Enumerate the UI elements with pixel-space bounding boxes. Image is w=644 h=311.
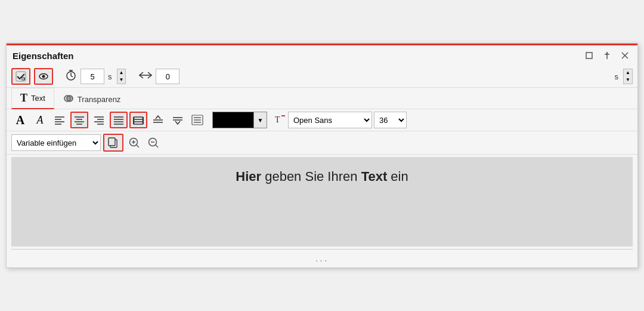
bold-button[interactable]: A [11,112,29,128]
tab-transparenz-label: Transparenz [78,95,121,104]
canvas-text-hier: Hier [236,169,265,184]
canvas-text-geben: geben Sie Ihren [265,169,361,184]
canvas-text-bold: Text [361,169,388,184]
canvas-content: Hier geben Sie Ihren Text ein [236,169,408,184]
color-swatch[interactable] [212,112,254,128]
svg-text:T: T [275,115,280,124]
align-center-button[interactable] [70,112,88,128]
close-button[interactable] [618,49,631,62]
tab-text[interactable]: T Text [11,88,54,109]
variable-dropdown[interactable]: Variable einfügen [11,134,101,151]
format-toolbar: A A [7,109,637,131]
svg-rect-0 [586,53,592,58]
color-dropdown-button[interactable]: ▼ [254,112,267,128]
bottom-dots: ... [7,250,637,267]
restore-button[interactable] [583,49,596,62]
tab-text-label: Text [31,94,45,103]
tab-transparenz[interactable]: Transparenz [54,89,130,109]
transparenz-tab-icon [63,93,74,106]
delay-spinner[interactable]: ▲ ▼ [623,69,633,84]
font-size-select[interactable]: 36 8 10 12 14 18 24 30 48 72 [374,112,407,128]
svg-line-14 [71,76,73,77]
svg-rect-53 [109,138,115,146]
text-canvas: Hier geben Sie Ihren Text ein [11,157,633,247]
pin-button[interactable] [600,49,614,62]
tab-row: T Text Transparenz [7,88,637,109]
align-right-button[interactable] [90,112,108,128]
svg-point-11 [42,75,45,78]
delay-icon [139,70,152,82]
top-toolbar: 5 s ▲ ▼ 0 s ▲ ▼ [7,66,637,88]
align-left-button[interactable] [51,112,69,128]
space-after-button[interactable] [169,112,187,128]
variable-toolbar: Variable einfügen [7,131,637,155]
color-picker-group[interactable]: ▼ [212,112,267,128]
duration-input[interactable]: 5 [80,69,104,84]
delay-up-button[interactable]: ▲ [624,69,632,76]
delay-unit: s [615,72,619,81]
duration-unit: s [108,72,112,81]
timer-icon [65,69,77,84]
zoom-out-button[interactable] [145,134,162,151]
svg-marker-3 [606,52,608,54]
duration-spinner[interactable]: ▲ ▼ [117,69,126,84]
font-family-select[interactable]: Open Sans Arial Helvetica Times New Roma… [288,112,372,128]
title-bar: Eigenschaften [7,44,637,66]
text-tab-icon: T [20,92,27,104]
font-icon: T [274,113,286,127]
delay-down-button[interactable]: ▼ [624,76,632,84]
svg-line-60 [156,145,158,147]
delay-input[interactable]: 0 [156,69,179,84]
space-before-button[interactable] [149,112,167,128]
canvas-text-ein: ein [387,169,408,184]
copy-button[interactable] [103,134,123,152]
duration-up-button[interactable]: ▲ [117,69,126,76]
indent-button[interactable] [188,112,206,128]
italic-button[interactable]: A [31,112,49,128]
zoom-in-button[interactable] [126,134,143,151]
window-title: Eigenschaften [13,51,74,61]
toggle-active-button[interactable] [11,68,30,85]
duration-down-button[interactable]: ▼ [117,76,126,84]
line-spacing-button[interactable] [129,112,147,128]
window-controls [583,49,631,62]
svg-point-19 [67,96,73,101]
align-justify-button[interactable] [110,112,128,128]
visibility-button[interactable] [34,68,53,85]
svg-line-57 [137,145,139,147]
properties-window: Eigenschaften [6,43,638,268]
